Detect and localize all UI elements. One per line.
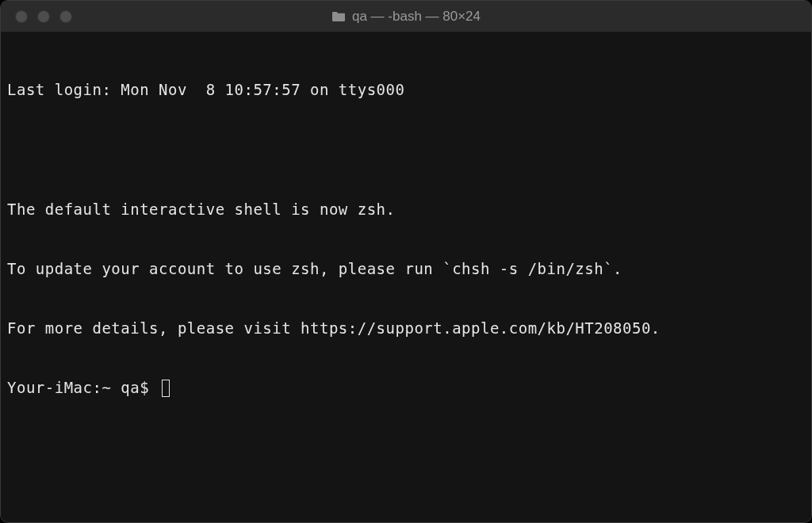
minimize-button[interactable] [37,10,50,23]
output-line [7,139,805,159]
traffic-lights [1,10,72,23]
titlebar[interactable]: qa — -bash — 80×24 [1,1,811,32]
cursor-icon [162,380,170,397]
output-line: For more details, please visit https://s… [7,319,805,338]
window-title-wrap: qa — -bash — 80×24 [1,9,811,25]
output-line: To update your account to use zsh, pleas… [7,259,805,279]
prompt-text: Your-iMac:~ qa$ [7,378,159,398]
output-line: Last login: Mon Nov 8 10:57:57 on ttys00… [7,80,805,100]
folder-icon [331,11,346,22]
zoom-button[interactable] [59,10,72,23]
output-line: The default interactive shell is now zsh… [7,200,805,220]
prompt-line[interactable]: Your-iMac:~ qa$ [7,378,805,398]
terminal-body[interactable]: Last login: Mon Nov 8 10:57:57 on ttys00… [1,32,811,522]
terminal-window: qa — -bash — 80×24 Last login: Mon Nov 8… [0,0,812,523]
window-title: qa — -bash — 80×24 [352,9,481,25]
close-button[interactable] [15,10,28,23]
